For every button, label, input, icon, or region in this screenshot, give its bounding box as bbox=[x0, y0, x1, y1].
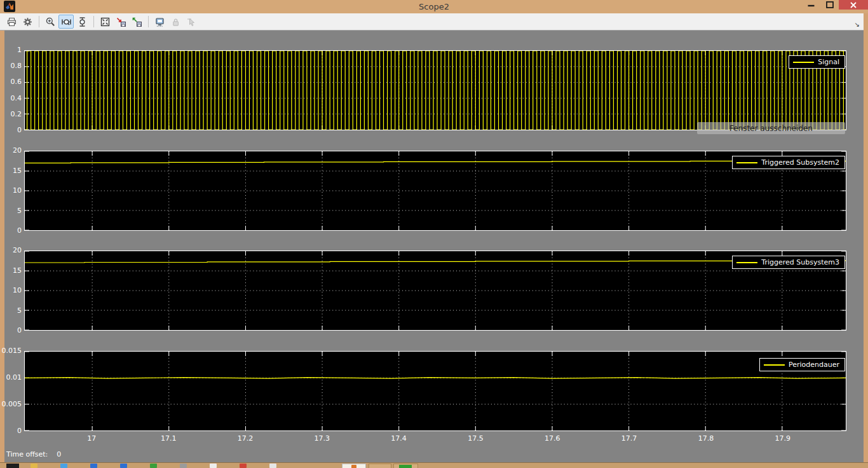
x-tick-label: 17 bbox=[87, 434, 96, 443]
print-button[interactable] bbox=[4, 15, 19, 29]
x-tick-label: 17.1 bbox=[161, 434, 177, 443]
x-tick-label: 17.8 bbox=[698, 434, 714, 443]
zoom-icon bbox=[45, 17, 56, 27]
zoom-y-icon bbox=[77, 17, 88, 27]
green-app-icon bbox=[399, 465, 412, 468]
plot-triggered-subsystem3: Triggered Subsystem3 bbox=[24, 251, 846, 331]
plot-periodendauer: Periodendauer bbox=[24, 351, 846, 431]
zoom-x-icon bbox=[61, 17, 72, 27]
matlab-logo-icon bbox=[4, 1, 15, 12]
app-blue-icon[interactable] bbox=[90, 464, 97, 468]
close-icon bbox=[850, 2, 857, 8]
autoscale-button[interactable] bbox=[97, 15, 112, 29]
x-tick-label: 17.6 bbox=[545, 434, 560, 443]
autoscale-icon bbox=[100, 17, 111, 27]
legend-line-sample bbox=[793, 62, 814, 63]
legend-line-sample bbox=[736, 162, 757, 163]
x-tick-label: 17.9 bbox=[775, 434, 790, 443]
legend-triggered-subsystem3[interactable]: Triggered Subsystem3 bbox=[732, 256, 845, 269]
plot-canvas[interactable] bbox=[25, 251, 846, 330]
plot-triggered-subsystem2: Triggered Subsystem2 bbox=[24, 151, 846, 231]
document-icon[interactable] bbox=[210, 464, 217, 468]
x-tick-label: 17.3 bbox=[315, 434, 330, 443]
legend-label: Triggered Subsystem2 bbox=[761, 158, 839, 167]
app-blue2-icon[interactable] bbox=[120, 464, 127, 468]
save-axes-button[interactable] bbox=[113, 15, 128, 29]
matlab-flame-icon bbox=[351, 465, 356, 468]
x-tick-label: 17.5 bbox=[468, 434, 484, 443]
parameters-button[interactable] bbox=[20, 15, 35, 29]
floating-scope-button[interactable] bbox=[152, 15, 167, 29]
legend-signal[interactable]: Signal bbox=[789, 55, 845, 69]
maximize-button[interactable] bbox=[820, 0, 839, 10]
task-button-green[interactable] bbox=[393, 464, 418, 468]
toolbar: ↘ bbox=[0, 13, 864, 31]
start-icon[interactable] bbox=[6, 464, 19, 468]
toolbar-separator bbox=[39, 16, 39, 27]
app-red-icon[interactable] bbox=[240, 464, 247, 468]
status-bar: Time offset: 0 bbox=[6, 450, 61, 458]
printer-icon bbox=[6, 17, 17, 27]
maximize-icon bbox=[826, 1, 834, 8]
legend-label: Periodendauer bbox=[789, 361, 839, 369]
app-gray-icon[interactable] bbox=[180, 464, 187, 468]
plot-canvas[interactable] bbox=[25, 151, 846, 230]
browser-icon[interactable] bbox=[60, 464, 67, 468]
restore-axes-icon bbox=[132, 17, 142, 27]
lock-axes-button[interactable] bbox=[168, 15, 183, 29]
time-offset-value: 0 bbox=[57, 450, 61, 458]
zoom-button[interactable] bbox=[43, 15, 58, 29]
snip-tooltip: Fenster ausschneiden bbox=[697, 122, 845, 134]
signal-selection-icon bbox=[186, 17, 197, 27]
legend-label: Signal bbox=[818, 58, 839, 66]
plot-canvas[interactable] bbox=[25, 51, 846, 130]
task-button[interactable] bbox=[369, 464, 391, 468]
signal-selection-button[interactable] bbox=[184, 15, 199, 29]
toolbar-separator bbox=[148, 16, 149, 27]
taskbar bbox=[0, 462, 868, 468]
scope-task-button[interactable] bbox=[342, 464, 366, 468]
window-title: Scope2 bbox=[0, 2, 868, 11]
time-offset-label: Time offset: bbox=[6, 450, 48, 458]
zoom-y-button[interactable] bbox=[74, 15, 90, 29]
restore-axes-button[interactable] bbox=[129, 15, 144, 29]
save-axes-icon bbox=[116, 17, 126, 27]
legend-line-sample bbox=[736, 262, 757, 263]
window-icon[interactable] bbox=[269, 464, 276, 468]
gear-icon bbox=[22, 17, 33, 27]
plot-canvas[interactable] bbox=[25, 352, 846, 430]
titlebar[interactable]: Scope2 bbox=[0, 0, 868, 13]
minimize-button[interactable] bbox=[802, 0, 820, 10]
floating-scope-icon bbox=[154, 17, 165, 27]
legend-line-sample bbox=[764, 364, 785, 366]
toolbar-separator bbox=[93, 16, 94, 27]
zoom-x-button[interactable] bbox=[58, 15, 74, 29]
legend-label: Triggered Subsystem3 bbox=[761, 258, 839, 266]
window-border-right bbox=[864, 13, 868, 462]
plot-signal: Signal bbox=[24, 50, 846, 130]
x-tick-label: 17.2 bbox=[238, 434, 254, 443]
toolbar-overflow-arrow[interactable]: ↘ bbox=[855, 22, 860, 28]
x-tick-label: 17.7 bbox=[621, 434, 637, 443]
window-border-left bbox=[0, 31, 4, 462]
lock-icon bbox=[170, 17, 181, 27]
app-green-icon[interactable] bbox=[150, 464, 157, 468]
legend-periodendauer[interactable]: Periodendauer bbox=[759, 358, 845, 371]
folder-icon[interactable] bbox=[31, 464, 37, 468]
x-tick-label: 17.4 bbox=[391, 434, 407, 443]
legend-triggered-subsystem2[interactable]: Triggered Subsystem2 bbox=[732, 156, 845, 169]
minimize-icon bbox=[808, 3, 815, 8]
close-button[interactable] bbox=[839, 0, 868, 10]
